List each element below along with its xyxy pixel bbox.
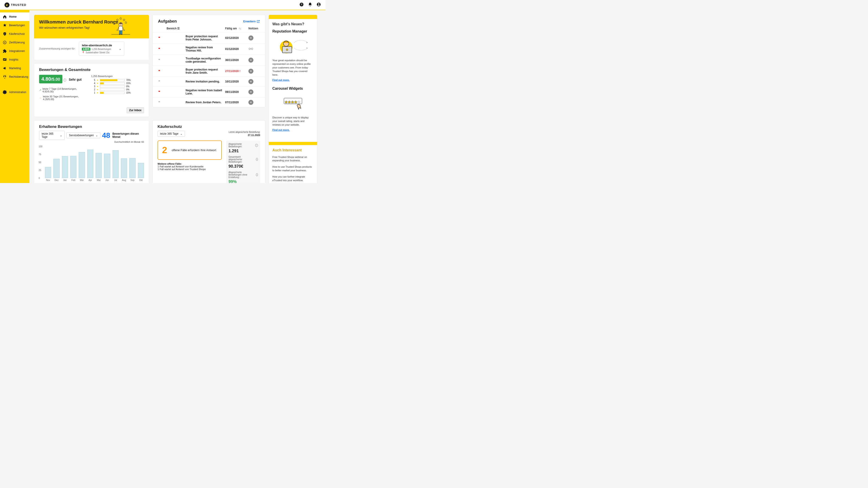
task-row[interactable]: BewertungenNegative review from Isabell … (153, 86, 265, 97)
bar-chart: 1007550250 NovDezJanFebMärAprMaiJunJulAu… (34, 143, 149, 183)
carousel-widget-illustration (272, 93, 313, 113)
news-sec1-link[interactable]: Find out more. (272, 78, 289, 81)
also-item-1[interactable]: Free Trusted Shops webinar on expanding … (272, 156, 313, 163)
sidebar-item-label: Insights (9, 58, 18, 61)
add-note-button[interactable]: + (248, 58, 253, 63)
news-sec1-text: Your great reputation should be represen… (272, 59, 313, 77)
task-title: Negative review from Isabell Lane. (186, 89, 223, 95)
area-tag: Bewertungen (166, 47, 182, 51)
shop-selector[interactable]: lebe-abenteuerlich.de 4.80/51,255 Bewert… (79, 41, 124, 56)
inbox-button[interactable]: Zur Inbox (127, 107, 144, 113)
task-row[interactable]: BewertungenNegative review from Thomas H… (153, 43, 265, 55)
stat-label: Gesamtwert abgesicherter Bestellungen: (228, 156, 255, 163)
welcome-illustration (101, 17, 140, 37)
area-tag: Bewertungen (166, 90, 182, 94)
svg-point-19 (251, 48, 253, 50)
help-icon[interactable]: ? (299, 2, 304, 7)
info-icon[interactable]: i (256, 158, 258, 161)
reviews-this-month: 48 (102, 131, 110, 140)
profile-icon[interactable] (316, 2, 321, 7)
chart-bar (104, 154, 110, 178)
news-sec2-link[interactable]: Find out more. (272, 129, 289, 131)
received-card: Erhaltene Bewertungen letzte 365 Tage⌄ S… (34, 120, 149, 183)
stats-box: Abgesicherte Bestellungen:i 1.291 Gesamt… (226, 140, 260, 183)
add-note-button[interactable]: + (248, 100, 253, 105)
info-icon[interactable]: i (256, 173, 258, 176)
due-date: 07/11/2020 (225, 101, 247, 104)
flag-icon (158, 36, 161, 39)
svg-point-12 (117, 30, 118, 31)
also-item-2[interactable]: How to use Trusted Shops products to bet… (272, 165, 313, 172)
shop-name: lebe-abenteuerlich.de (82, 43, 112, 47)
info-icon[interactable]: i (255, 144, 258, 147)
expand-link[interactable]: Erweitern (243, 20, 260, 23)
open-cases-alert[interactable]: 2 offene Fälle erfordern Ihre Antwort (158, 140, 222, 160)
sidebar-item-label: Home (9, 15, 17, 18)
reputation-manager-illustration (272, 36, 313, 56)
sidebar-item-legal[interactable]: Rechtsberatung (0, 72, 29, 81)
due-date: 02/12/2020 (225, 36, 247, 39)
sidebar-item-home[interactable]: Home (0, 12, 29, 21)
x-axis-label: Mai (96, 179, 102, 182)
chart-bar (53, 159, 59, 178)
add-note-button[interactable]: + (248, 35, 253, 40)
last-order-label: Letzte abgesicherte Bestellung: (228, 131, 260, 133)
review-count-text: 1,255 Bewertungen (92, 48, 111, 51)
area-tag: Integrationen (166, 59, 182, 62)
range-select[interactable]: letzte 365 Tage⌄ (39, 131, 65, 140)
task-row[interactable]: BewertungenReview from Jordan Peters.07/… (153, 97, 265, 107)
add-note-button[interactable]: + (248, 90, 253, 94)
buyer-protection-card: Käuferschutz letzte 365 Tage⌄ Letzte abg… (152, 120, 266, 183)
chart-bar (121, 158, 127, 178)
brand-text: TRUSTED (11, 3, 26, 6)
bell-icon[interactable] (308, 2, 312, 7)
col-area[interactable]: Bereich ☰ (166, 27, 184, 30)
also-item-3[interactable]: How you can further integrate eTrusted i… (272, 175, 313, 182)
info-icon[interactable]: i (63, 78, 66, 82)
sidebar-item-label: Administration (9, 91, 26, 94)
add-note-button[interactable]: + (248, 79, 253, 84)
area-tag: Käuferschutz (166, 70, 182, 73)
received-title: Erhaltene Bewertungen (34, 121, 149, 131)
sidebar-item-reviews[interactable]: Bewertungen (0, 21, 29, 30)
sidebar-item-label: Rechtsberatung (9, 75, 28, 78)
sidebar-item-marketing[interactable]: Marketing (0, 64, 29, 72)
task-row[interactable]: KäuferschutzBuyer protection request fro… (153, 32, 265, 43)
svg-point-17 (121, 34, 123, 35)
stat-no-refund-pct: 99% (228, 180, 258, 183)
col-due[interactable]: Fällig am ↑↓ (225, 27, 247, 30)
ratings-title: Bewertungen & Gesamtnote (34, 64, 149, 75)
task-row[interactable]: IntegrationenTrustbadge reconfiguration … (153, 55, 265, 66)
dist-row: 1★15% (91, 92, 144, 94)
task-row[interactable]: BewertungenReview invitation pending.10/… (153, 76, 265, 86)
due-date: 10/11/2020 (225, 80, 247, 83)
overall-score: 4.80/5.00 (39, 75, 62, 84)
sidebar-item-certification[interactable]: eZertifizierung (0, 38, 29, 47)
sidebar-item-admin[interactable]: Administration (0, 88, 29, 96)
dist-row: 3★0% (91, 85, 144, 88)
sidebar-item-insights[interactable]: Insights (0, 55, 29, 64)
flag-icon (158, 59, 161, 62)
x-axis-label: Feb (70, 179, 76, 182)
x-axis-label: Aug (121, 179, 127, 182)
tasks-card: Aufgaben Erweitern Bereich ☰ Fällig am ↑… (152, 15, 266, 107)
more-case-2: 1 Fall wartet auf Antwort von Trusted Sh… (158, 168, 222, 170)
add-note-button[interactable]: + (248, 69, 253, 74)
tasks-title: Aufgaben (158, 19, 177, 24)
x-axis-label: Okt (138, 179, 144, 182)
task-title: Trustbadge reconfiguration code generate… (186, 57, 223, 63)
chart-bar (45, 167, 51, 178)
type-select[interactable]: Servicebewertungen⌄ (66, 132, 100, 138)
kaufer-range-select[interactable]: letzte 365 Tage⌄ (158, 131, 185, 137)
task-row[interactable]: KäuferschutzBuyer protection request fro… (153, 66, 265, 76)
sidebar-item-integrations[interactable]: Integrationen (0, 47, 29, 55)
sidebar-item-buyer-protection[interactable]: Käuferschutz (0, 30, 29, 38)
col-notes: Notizen (248, 27, 260, 30)
svg-point-3 (318, 3, 319, 4)
news-sec1-title: Reputation Manager (272, 29, 313, 33)
svg-point-13 (124, 30, 125, 31)
news-sec2-text: Discover a unique way to display your ov… (272, 116, 313, 127)
open-cases-text: offene Fälle erfordern Ihre Antwort (172, 149, 216, 152)
trend-30d: →letzte 30 Tage (31 Bewertungen, 4.26/5.… (39, 95, 84, 101)
stat-protected-orders: 1.291 (228, 149, 258, 153)
